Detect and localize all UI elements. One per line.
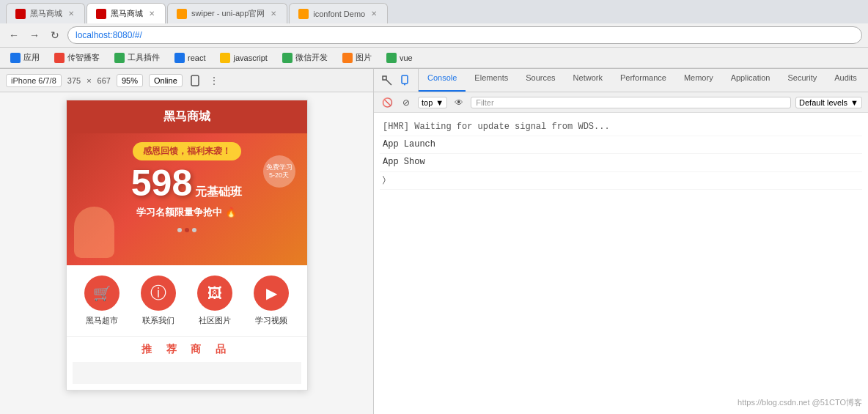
recommend-title: 推 荐 商 品 bbox=[73, 343, 301, 356]
tools-icon bbox=[114, 53, 125, 63]
bookmark-tools[interactable]: 工具插件 bbox=[110, 51, 164, 64]
recommend-section: 推 荐 商 品 bbox=[67, 336, 307, 390]
dot-3 bbox=[192, 228, 196, 232]
tab-label-1: 黑马商城 bbox=[30, 8, 62, 19]
bookmark-js[interactable]: javascript bbox=[216, 51, 271, 64]
videos-label: 学习视频 bbox=[255, 315, 287, 326]
bookmark-vue[interactable]: vue bbox=[382, 51, 417, 64]
community-icon-circle: 🖼 bbox=[197, 276, 232, 311]
svg-line-2 bbox=[386, 80, 391, 85]
supermarket-icon-circle: 🛒 bbox=[84, 276, 119, 311]
badge-line1: 免费学习 bbox=[266, 163, 293, 171]
width-display: 375 bbox=[67, 76, 81, 85]
console-filter-input[interactable]: Filter bbox=[471, 97, 791, 108]
js-icon bbox=[220, 53, 230, 63]
tab-favicon-2 bbox=[96, 9, 106, 19]
contact-label: 联系我们 bbox=[142, 315, 174, 326]
height-display: 667 bbox=[98, 76, 111, 85]
tab-elements[interactable]: Elements bbox=[466, 69, 517, 92]
top-selector-label: top bbox=[422, 98, 433, 107]
console-arrow[interactable]: 〉 bbox=[383, 175, 386, 185]
device-selector[interactable]: iPhone 6/7/8 bbox=[6, 74, 62, 87]
devtools-panel: Console Elements Sources Network Perform… bbox=[374, 69, 868, 414]
eye-icon[interactable]: 👁 bbox=[452, 95, 466, 110]
console-line-3: App Show bbox=[380, 154, 862, 171]
device-toggle-button[interactable] bbox=[397, 73, 412, 88]
tab-3[interactable]: swiper - uni-app官网 ✕ bbox=[167, 3, 287, 23]
supermarket-label: 黑马超市 bbox=[86, 315, 118, 326]
bookmark-apps[interactable]: 应用 bbox=[6, 51, 44, 64]
console-line-4[interactable]: 〉 bbox=[380, 172, 862, 190]
banner-figure bbox=[74, 207, 114, 258]
bookmark-label-js: javascript bbox=[233, 53, 267, 62]
more-options-icon[interactable]: ⋮ bbox=[207, 74, 221, 87]
tab-close-1[interactable]: ✕ bbox=[67, 8, 76, 19]
contact-icon-circle: ⓘ bbox=[141, 276, 176, 311]
levels-selector[interactable]: Default levels ▼ bbox=[795, 97, 862, 108]
tab-favicon-4 bbox=[298, 9, 309, 19]
bookmark-chuanzhi[interactable]: 传智播客 bbox=[50, 51, 104, 64]
tab-label-4: iconfont Demo bbox=[313, 10, 365, 18]
svg-rect-1 bbox=[383, 76, 386, 80]
app-header: 黑马商城 bbox=[67, 100, 307, 133]
tab-application[interactable]: Application bbox=[722, 69, 779, 92]
icon-item-supermarket[interactable]: 🛒 黑马超市 bbox=[84, 276, 119, 326]
app-title: 黑马商城 bbox=[163, 110, 210, 122]
tab-performance[interactable]: Performance bbox=[611, 69, 675, 92]
banner-price: 598 bbox=[131, 165, 192, 202]
clear-console-button[interactable]: 🚫 bbox=[380, 95, 394, 110]
chuanzhi-icon bbox=[54, 53, 65, 63]
icon-item-community[interactable]: 🖼 社区图片 bbox=[197, 276, 232, 326]
wechat-icon bbox=[282, 53, 293, 63]
bookmark-images[interactable]: 图片 bbox=[338, 51, 376, 64]
levels-label: Default levels bbox=[799, 98, 847, 107]
console-toolbar: 🚫 ⊘ top ▼ 👁 Filter Default levels ▼ bbox=[374, 92, 868, 113]
dot-2 bbox=[185, 228, 189, 232]
main-content: iPhone 6/7/8 375 × 667 95% Online ⋮ 黑马商城 bbox=[0, 69, 868, 414]
forward-button[interactable]: → bbox=[26, 27, 43, 43]
filter-toggle-button[interactable]: ⊘ bbox=[399, 95, 413, 110]
tab-memory[interactable]: Memory bbox=[675, 69, 722, 92]
tab-console[interactable]: Console bbox=[419, 69, 466, 92]
icon-grid: 🛒 黑马超市 ⓘ 联系我们 🖼 社区图片 ▶ 学习视频 bbox=[67, 265, 307, 336]
address-bar-row: ← → ↻ localhost:8080/#/ bbox=[0, 23, 868, 48]
reload-button[interactable]: ↻ bbox=[47, 27, 63, 43]
tab-sources[interactable]: Sources bbox=[517, 69, 564, 92]
tab-4[interactable]: iconfont Demo ✕ bbox=[289, 3, 388, 23]
console-line-2: App Launch bbox=[380, 136, 862, 154]
tab-1[interactable]: 黑马商城 ✕ bbox=[6, 3, 85, 23]
rotate-icon[interactable] bbox=[188, 74, 202, 87]
images-icon bbox=[342, 53, 353, 63]
tab-close-4[interactable]: ✕ bbox=[369, 8, 378, 19]
bookmark-react[interactable]: react bbox=[170, 51, 210, 64]
product-placeholder bbox=[73, 362, 301, 384]
banner-badge: 免费学习 5-20天 bbox=[263, 155, 295, 188]
mobile-panel: iPhone 6/7/8 375 × 667 95% Online ⋮ 黑马商城 bbox=[0, 69, 374, 414]
zoom-selector[interactable]: 95% bbox=[117, 74, 143, 87]
top-context-selector[interactable]: top ▼ bbox=[418, 97, 447, 108]
console-output: [HMR] Waiting for update signal from WDS… bbox=[374, 113, 868, 414]
tab-close-2[interactable]: ✕ bbox=[147, 8, 156, 19]
inspect-element-button[interactable] bbox=[380, 73, 394, 88]
community-label: 社区图片 bbox=[199, 315, 231, 326]
tab-audits[interactable]: Audits bbox=[825, 69, 866, 92]
bookmark-label-vue: vue bbox=[400, 53, 413, 62]
tab-2[interactable]: 黑马商城 ✕ bbox=[87, 3, 166, 23]
tab-label-2: 黑马商城 bbox=[111, 8, 143, 19]
dot-1 bbox=[177, 228, 182, 232]
tab-close-3[interactable]: ✕ bbox=[269, 8, 278, 19]
tab-network[interactable]: Network bbox=[564, 69, 611, 92]
back-button[interactable]: ← bbox=[6, 27, 22, 43]
address-bar[interactable]: localhost:8080/#/ bbox=[67, 26, 862, 44]
times-symbol: × bbox=[87, 76, 91, 85]
icon-item-contact[interactable]: ⓘ 联系我们 bbox=[141, 276, 176, 326]
bookmarks-bar: 应用 传智播客 工具插件 react javascript 微信开发 图片 v bbox=[0, 48, 868, 68]
bookmark-label-tools: 工具插件 bbox=[128, 52, 160, 63]
videos-icon-circle: ▶ bbox=[254, 276, 289, 311]
svg-rect-0 bbox=[191, 75, 199, 86]
bookmark-wechat[interactable]: 微信开发 bbox=[278, 51, 332, 64]
banner-top-text: 感恩回馈，福利来袭！ bbox=[133, 142, 241, 160]
tab-security[interactable]: Security bbox=[779, 69, 825, 92]
icon-item-videos[interactable]: ▶ 学习视频 bbox=[254, 276, 289, 326]
network-selector[interactable]: Online bbox=[149, 74, 183, 87]
